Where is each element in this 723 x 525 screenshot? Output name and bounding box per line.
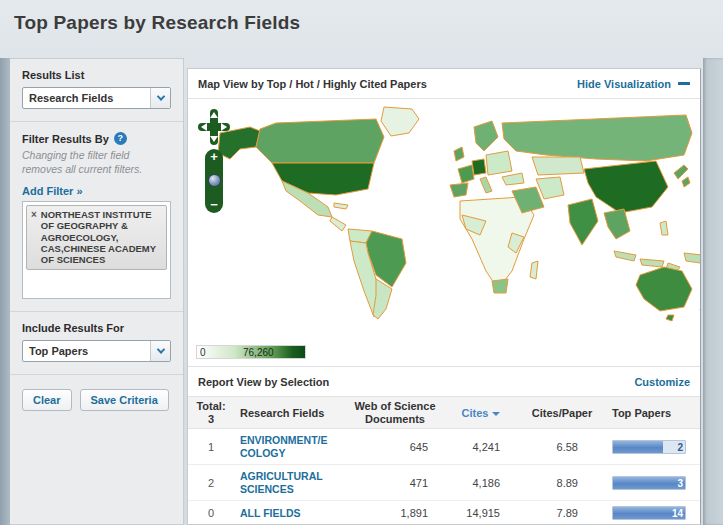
table-row: 0 ALL FIELDS 1,891 14,915 7.89 14 <box>188 501 700 525</box>
include-results-section: Include Results For Top Papers <box>10 312 183 375</box>
cites-per-paper-value: 7.89 <box>518 507 606 519</box>
hide-visualization-link[interactable]: Hide Visualization <box>577 78 690 90</box>
column-header-top-papers: Top Papers <box>606 407 700 419</box>
results-list-selected-value: Research Fields <box>23 92 113 104</box>
filter-note: Changing the filter field removes all cu… <box>22 149 171 176</box>
globe-icon[interactable] <box>208 174 221 187</box>
clear-button[interactable]: Clear <box>22 389 72 411</box>
filter-tag[interactable]: × NORTHEAST INSTITUTE OF GEOGRAPHY & AGR… <box>26 205 167 270</box>
top-papers-value: 2 <box>677 441 683 454</box>
filter-results-by-label: Filter Results By <box>22 133 109 145</box>
top-papers-bar-fill <box>613 477 685 489</box>
cites-per-paper-value: 8.89 <box>518 477 606 489</box>
sidebar: Results List Research Fields Filter Resu… <box>10 58 184 525</box>
documents-value: 471 <box>346 477 444 489</box>
documents-value: 1,891 <box>346 507 444 519</box>
top-papers-bar: 14 <box>612 506 686 520</box>
research-field-link[interactable]: ALL FIELDS <box>240 507 330 520</box>
minimize-icon <box>678 82 690 85</box>
zoom-out-button[interactable]: − <box>210 198 218 211</box>
results-list-select[interactable]: Research Fields <box>22 87 171 109</box>
customize-link[interactable]: Customize <box>634 376 690 388</box>
help-icon[interactable]: ? <box>114 132 127 145</box>
cites-value: 4,241 <box>444 441 518 453</box>
cites-sort-label: Cites <box>462 407 489 419</box>
hide-visualization-label: Hide Visualization <box>577 78 671 90</box>
row-rank: 1 <box>188 441 234 453</box>
sort-desc-icon <box>492 412 500 416</box>
remove-filter-icon[interactable]: × <box>31 209 37 265</box>
south-america-shapes <box>348 229 406 319</box>
top-papers-bar: 2 <box>612 440 686 454</box>
row-rank: 0 <box>188 507 234 519</box>
north-america-shapes <box>218 107 419 231</box>
total-value: 3 <box>188 413 234 426</box>
table-row: 2 AGRICULTURAL SCIENCES 471 4,186 8.89 3 <box>188 465 700 501</box>
report-section: Report View by Selection Customize Total… <box>188 367 700 525</box>
world-map[interactable]: + − 0 76,260 <box>188 99 700 367</box>
documents-value: 645 <box>346 441 444 453</box>
research-field-link[interactable]: ENVIRONMENT/ECOLOGY <box>240 434 330 459</box>
chevron-down-icon <box>150 341 170 361</box>
zoom-control: + − <box>205 149 223 213</box>
chevron-down-icon <box>150 88 170 108</box>
table-row: 1 ENVIRONMENT/ECOLOGY 645 4,241 6.58 2 <box>188 429 700 465</box>
cites-value: 4,186 <box>444 477 518 489</box>
column-header-research-fields: Research Fields <box>234 407 346 419</box>
top-papers-bar-fill <box>613 441 663 453</box>
legend-max-value: 76,260 <box>243 347 274 358</box>
research-field-link[interactable]: AGRICULTURAL SCIENCES <box>240 470 330 495</box>
cites-per-paper-value: 6.58 <box>518 441 606 453</box>
add-filter-link[interactable]: Add Filter » <box>22 185 83 197</box>
main-panel: Map View by Top / Hot / Highly Cited Pap… <box>187 68 701 525</box>
filter-section: Filter Results By ? Changing the filter … <box>10 122 183 312</box>
filter-list-box: × NORTHEAST INSTITUTE OF GEOGRAPHY & AGR… <box>22 201 171 299</box>
column-header-cites-per-paper: Cites/Paper <box>518 407 606 419</box>
include-results-selected-value: Top Papers <box>23 345 88 357</box>
include-results-for-label: Include Results For <box>22 322 171 334</box>
map-view-title: Map View by Top / Hot / Highly Cited Pap… <box>198 78 427 90</box>
world-map-svg <box>216 103 700 327</box>
page-title: Top Papers by Research Fields <box>14 12 300 34</box>
filter-tag-label: NORTHEAST INSTITUTE OF GEOGRAPHY & AGROE… <box>41 209 162 265</box>
top-papers-bar: 3 <box>612 476 686 490</box>
results-list-section: Results List Research Fields <box>10 59 183 122</box>
table-header-row: Total: 3 Research Fields Web of Science … <box>188 396 700 429</box>
total-count: Total: 3 <box>188 400 234 425</box>
top-papers-value: 3 <box>677 477 683 490</box>
report-view-header: Report View by Selection Customize <box>188 367 700 396</box>
report-view-title: Report View by Selection <box>198 376 329 388</box>
zoom-in-button[interactable]: + <box>210 150 218 163</box>
save-criteria-button[interactable]: Save Criteria <box>80 389 169 411</box>
top-papers-value: 14 <box>672 507 683 520</box>
asia-shapes <box>502 115 692 273</box>
sidebar-buttons: Clear Save Criteria <box>10 375 183 425</box>
column-header-cites-sort[interactable]: Cites <box>444 407 518 419</box>
results-list-label: Results List <box>22 69 171 81</box>
column-header-documents: Web of Science Documents <box>346 400 444 425</box>
legend-min-value: 0 <box>200 347 206 358</box>
row-rank: 2 <box>188 477 234 489</box>
right-edge-strip <box>703 58 723 525</box>
pan-control[interactable] <box>198 109 230 145</box>
include-results-for-select[interactable]: Top Papers <box>22 340 171 362</box>
cites-value: 14,915 <box>444 507 518 519</box>
total-label: Total: <box>188 400 234 413</box>
map-view-header: Map View by Top / Hot / Highly Cited Pap… <box>188 69 700 99</box>
map-color-legend: 0 76,260 <box>196 345 306 359</box>
left-edge-strip <box>0 58 10 525</box>
